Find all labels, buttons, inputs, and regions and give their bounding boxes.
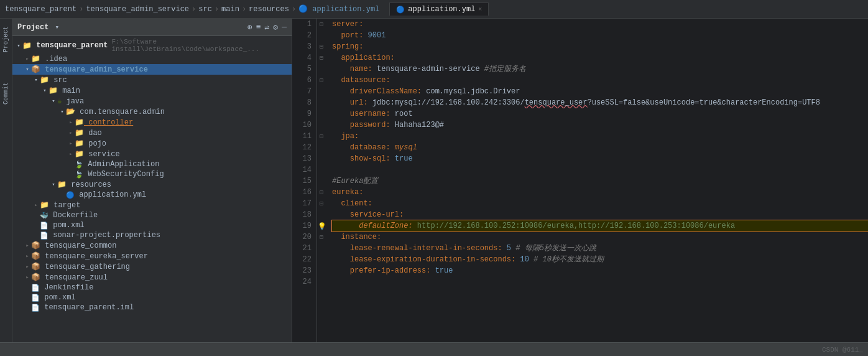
breadcrumb-file[interactable]: 🔵 application.yml: [298, 4, 379, 14]
module-icon-gathering: 📦: [31, 262, 40, 271]
breadcrumb-resources[interactable]: resources: [249, 5, 289, 14]
tree-item-websecurity[interactable]: ▸ 🍃 WebSecurityConfig: [12, 169, 292, 179]
tree-item-eureka[interactable]: ▸ 📦 tensquare_eureka_server: [12, 251, 292, 261]
indent-17: [332, 198, 341, 209]
breadcrumb-admin-service[interactable]: tensquare_admin_service: [86, 5, 189, 14]
package-icon: 📂: [66, 107, 75, 116]
indent-23: [332, 265, 350, 276]
collapse-icon[interactable]: ≡: [256, 22, 261, 32]
code-line-11[interactable]: jpa:: [332, 131, 868, 142]
code-line-10[interactable]: password: Hahaha123@#: [332, 119, 868, 131]
commit-strip-label[interactable]: Commit: [2, 82, 9, 105]
val-password: Hahaha123@#: [390, 119, 444, 131]
code-line-21[interactable]: lease-renewal-interval-in-seconds: 5 # 每…: [332, 243, 868, 254]
label-eureka: tensquare_eureka_server: [40, 252, 148, 261]
warning-bulb-19[interactable]: 💡: [318, 222, 326, 230]
tree-item-target[interactable]: ▸ 📁 target: [12, 200, 292, 210]
code-line-19[interactable]: defaultZone: http://192.168.100.252:1008…: [332, 220, 868, 232]
tree-item-main[interactable]: ▾ 📁 main: [12, 85, 292, 96]
tree-item-dockerfile[interactable]: ▸ 🐳 Dockerfile: [12, 210, 292, 220]
tree-item-service[interactable]: ▸ 📁 service: [12, 149, 292, 159]
code-line-12[interactable]: database: mysql: [332, 142, 868, 153]
tree-item-pom-xml[interactable]: ▸ 📄 pom.xml: [12, 220, 292, 230]
fold-1[interactable]: ⊟: [318, 21, 325, 28]
code-line-1[interactable]: server:: [332, 19, 868, 30]
code-line-8[interactable]: url: jdbc:mysql://192.168.100.242:3306/t…: [332, 97, 868, 108]
key-lease-expiration: lease-expiration-duration-in-seconds:: [350, 254, 515, 265]
sync-icon[interactable]: ⇌: [265, 22, 270, 32]
code-line-9[interactable]: username: root: [332, 108, 868, 119]
key-defaultzone: defaultZone:: [359, 220, 412, 232]
code-line-13[interactable]: show-sql: true: [332, 153, 868, 164]
tree-item-sonar[interactable]: ▸ 📄 sonar-project.properties: [12, 230, 292, 240]
fold-3[interactable]: ⊟: [318, 43, 325, 50]
tree-item-common[interactable]: ▸ 📦 tensquare_common: [12, 240, 292, 251]
fold-6[interactable]: ⊟: [318, 77, 325, 84]
code-line-17[interactable]: client:: [332, 198, 868, 209]
project-strip-label[interactable]: Project: [2, 26, 9, 52]
code-line-23[interactable]: prefer-ip-address: true: [332, 265, 868, 276]
val-lease-renewal: 5: [502, 243, 511, 254]
arrow-gathering: ▸: [24, 263, 31, 271]
code-line-16[interactable]: eureka:: [332, 187, 868, 198]
fold-4[interactable]: ⊟: [318, 54, 325, 62]
tree-item-iml[interactable]: ▸ 📄 tensquare_parent.iml: [12, 302, 292, 312]
fold-16[interactable]: ⊟: [318, 189, 325, 196]
tree-item-admin-app[interactable]: ▸ 🍃 AdminApplication: [12, 159, 292, 169]
line-num-20: 20: [295, 232, 312, 243]
code-line-14[interactable]: [332, 164, 868, 176]
tree-item-java[interactable]: ▾ ☕ java: [12, 96, 292, 106]
add-icon[interactable]: ⊕: [247, 22, 252, 32]
tree-item-application-yml[interactable]: ▸ 🔵 application.yml: [12, 190, 292, 200]
code-lines[interactable]: server: port: 9001 spring: application:: [327, 19, 868, 342]
indent-21: [332, 243, 350, 254]
tree-item-tensquare-parent[interactable]: ▾ 📁 tensquare_parent F:\Software install…: [12, 37, 292, 54]
code-line-3[interactable]: spring:: [332, 41, 868, 52]
val-port: 9001: [363, 30, 386, 41]
label-java: java: [62, 97, 84, 106]
tree-item-dao[interactable]: ▸ 📁 dao: [12, 128, 292, 138]
close-panel-icon[interactable]: —: [282, 22, 287, 32]
code-line-22[interactable]: lease-expiration-duration-in-seconds: 10…: [332, 254, 868, 265]
code-line-18[interactable]: service-url:: [332, 209, 868, 220]
code-line-15[interactable]: #Eureka配置: [332, 176, 868, 187]
fold-11[interactable]: ⊟: [318, 133, 325, 140]
tab-application-yml[interactable]: 🔵 application.yml ×: [389, 2, 489, 16]
breadcrumb-main[interactable]: main: [221, 5, 239, 14]
panel-header: Project ▾ ⊕ ≡ ⇌ ⚙ —: [12, 19, 292, 36]
breadcrumb-src[interactable]: src: [198, 5, 212, 14]
val-url-db: tensquare_user: [525, 97, 588, 108]
indent-10: [332, 119, 350, 131]
settings-icon[interactable]: ⚙: [273, 22, 278, 32]
key-driverclassname: driverClassName:: [350, 86, 422, 97]
tree-item-zuul[interactable]: ▸ 📦 tensquare_zuul: [12, 272, 292, 283]
tree-item-admin-service[interactable]: ▾ 📦 tensquare_admin_service: [12, 64, 292, 75]
panel-dropdown-arrow[interactable]: ▾: [55, 23, 59, 31]
arrow-idea: ▸: [24, 55, 31, 63]
label-pojo: pojo: [84, 139, 106, 148]
tree-item-pojo[interactable]: ▸ 📁 pojo: [12, 138, 292, 149]
tree-item-com-tensquare[interactable]: ▾ 📂 com.tensquare.admin: [12, 106, 292, 117]
code-line-5[interactable]: name: tensquare-admin-service #指定服务名: [332, 63, 868, 75]
code-line-4[interactable]: application:: [332, 52, 868, 63]
tab-close-button[interactable]: ×: [478, 6, 482, 13]
code-line-20[interactable]: instance:: [332, 232, 868, 243]
fold-20[interactable]: ⊟: [318, 233, 325, 241]
code-line-6[interactable]: datasource:: [332, 75, 868, 86]
fold-17[interactable]: ⊟: [318, 200, 325, 207]
tree-item-pom-root[interactable]: ▸ 📄 pom.xml: [12, 293, 292, 302]
label-pom-xml: pom.xml: [48, 221, 85, 230]
tree-item-resources[interactable]: ▾ 📁 resources: [12, 179, 292, 190]
tree-item-src[interactable]: ▾ 📁 src: [12, 75, 292, 85]
tree-item-idea[interactable]: ▸ 📁 .idea: [12, 54, 292, 64]
breadcrumb-tensquare-parent[interactable]: tensquare_parent: [5, 5, 76, 14]
code-line-24[interactable]: [332, 276, 868, 288]
tree-item-controller[interactable]: ▸ 📁 controller: [12, 117, 292, 128]
code-line-7[interactable]: driverClassName: com.mysql.jdbc.Driver: [332, 86, 868, 97]
tree-item-gathering[interactable]: ▸ 📦 tensquare_gathering: [12, 261, 292, 272]
tree-item-jenkinsfile[interactable]: ▸ 📄 Jenkinsfile: [12, 283, 292, 293]
label-target: target: [49, 201, 80, 210]
label-main: main: [58, 87, 80, 95]
code-line-2[interactable]: port: 9001: [332, 30, 868, 41]
key-port: port:: [341, 30, 363, 41]
